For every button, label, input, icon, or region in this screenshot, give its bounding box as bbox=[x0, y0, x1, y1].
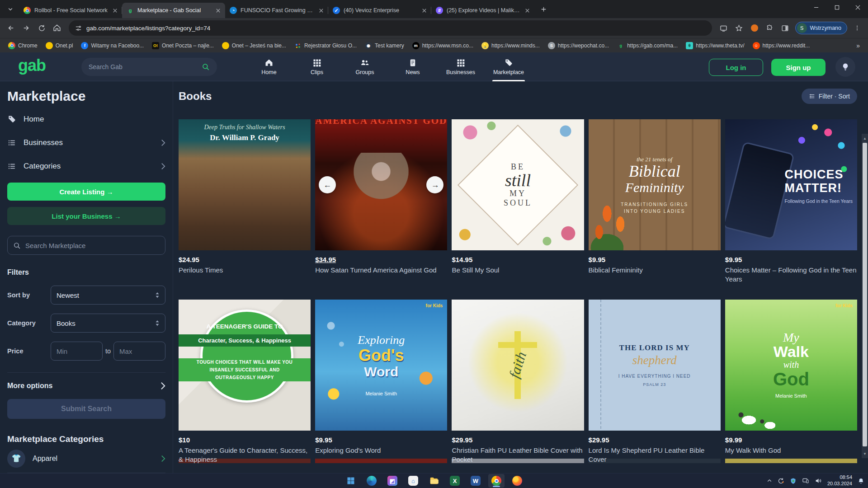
tab-search-button[interactable] bbox=[4, 2, 17, 16]
product-image[interactable]: the 21 tenets ofBiblicalFemininityTRANSI… bbox=[589, 119, 721, 250]
product-price[interactable]: $9.95 bbox=[725, 256, 857, 263]
product-card-1[interactable]: Deep Truths for Shallow WatersDr. Willia… bbox=[179, 119, 311, 284]
bookmark-item-13[interactable]: ☺https://www.reddit... bbox=[749, 40, 814, 52]
price-max-input[interactable] bbox=[113, 342, 165, 361]
bookmark-item-10[interactable]: Shttps://wepochat.co... bbox=[544, 40, 613, 52]
scroll-up-arrow[interactable]: ▲ bbox=[862, 135, 868, 142]
product-image[interactable]: CHOICESMATTER!Following God in the Teen … bbox=[725, 119, 857, 250]
scrollbar-thumb[interactable] bbox=[863, 143, 867, 446]
product-title[interactable]: A Teenager's Guide to Character, Success… bbox=[179, 446, 311, 465]
bookmark-item-11[interactable]: ghttps://gab.com/ma... bbox=[613, 40, 681, 52]
taskbar-chrome-button[interactable] bbox=[488, 474, 505, 488]
product-card-7[interactable]: ExploringGod'sWordMelanie Smithfor Kids$… bbox=[315, 300, 447, 465]
taskbar-excel-button[interactable]: X bbox=[447, 474, 463, 488]
product-title[interactable]: Exploring God's Word bbox=[315, 446, 447, 464]
submit-search-button[interactable]: Submit Search bbox=[7, 399, 165, 419]
maximize-button[interactable] bbox=[826, 0, 847, 14]
product-price[interactable]: $24.95 bbox=[179, 256, 311, 263]
home-button[interactable] bbox=[50, 21, 64, 35]
bookmark-star-button[interactable] bbox=[732, 21, 746, 35]
product-title[interactable]: How Satan Turned America Against God bbox=[315, 266, 447, 284]
address-bar[interactable]: gab.com/marketplace/listings?category_id… bbox=[69, 20, 712, 36]
browser-menu-button[interactable] bbox=[850, 21, 864, 35]
tab-close-button[interactable] bbox=[420, 7, 428, 14]
browser-tab-5[interactable]: #(25) Explore Videos | Malik Mob bbox=[431, 3, 534, 18]
product-image[interactable]: Deep Truths for Shallow WatersDr. Willia… bbox=[179, 119, 311, 250]
side-panel-button[interactable] bbox=[778, 21, 793, 35]
product-image[interactable]: THE LORD IS MYshepherdI HAVE EVERYTHING … bbox=[589, 300, 721, 431]
product-title[interactable]: Perilous Times bbox=[179, 266, 311, 284]
product-title[interactable]: Biblical Femininity bbox=[589, 266, 721, 284]
product-card-3[interactable]: BEstillMYSOUL$14.95Be Still My Soul bbox=[452, 119, 584, 284]
taskbar-firefox-button[interactable] bbox=[509, 474, 525, 488]
scroll-down-arrow[interactable]: ▼ bbox=[862, 450, 868, 457]
new-tab-button[interactable] bbox=[537, 3, 550, 15]
product-image[interactable]: BEstillMYSOUL bbox=[452, 119, 584, 250]
gab-search-input[interactable] bbox=[89, 63, 197, 70]
gab-search[interactable] bbox=[81, 58, 217, 76]
sidebar-item-home[interactable]: Home bbox=[7, 108, 165, 131]
category-item-apparel[interactable]: 👕Apparel bbox=[7, 444, 165, 473]
product-card-6[interactable]: A TEENAGER'S GUIDE TOCharacter, Success,… bbox=[179, 300, 311, 465]
category-select[interactable]: Books bbox=[51, 314, 165, 333]
product-card-10[interactable]: MyWalkwithGodMelanie Smithfor Kids$9.99M… bbox=[725, 300, 857, 465]
taskbar-start-button[interactable] bbox=[343, 474, 359, 488]
theme-toggle-button[interactable] bbox=[835, 57, 855, 77]
gab-nav-groups[interactable]: Groups bbox=[348, 52, 382, 81]
bookmark-item-6[interactable]: Rejestrator Głosu O... bbox=[291, 40, 360, 52]
product-card-9[interactable]: THE LORD IS MYshepherdI HAVE EVERYTHING … bbox=[589, 300, 721, 465]
product-image[interactable]: AMERICA AGAINST GOD←→ bbox=[315, 119, 447, 250]
product-price[interactable]: $9.95 bbox=[315, 436, 447, 444]
tab-close-button[interactable] bbox=[317, 7, 325, 14]
create-listing-button[interactable]: Create Listing → bbox=[7, 183, 165, 201]
minimize-button[interactable] bbox=[806, 0, 826, 14]
product-price[interactable]: $29.95 bbox=[452, 436, 584, 444]
taskbar-clock[interactable]: 08:54 20.03.2024 bbox=[827, 474, 852, 487]
bookmark-item-9[interactable]: 💡https://www.minds... bbox=[478, 40, 543, 52]
bookmark-item-2[interactable]: Onet.pl bbox=[42, 40, 77, 52]
product-title[interactable]: Christian Faith PU Leather Bible Cover w… bbox=[452, 446, 584, 465]
bookmarks-overflow-button[interactable]: » bbox=[853, 42, 863, 49]
product-price[interactable]: $34.95 bbox=[315, 256, 447, 263]
gab-nav-clips[interactable]: Clips bbox=[300, 52, 334, 81]
gab-nav-home[interactable]: Home bbox=[252, 52, 286, 81]
taskbar-photos-button[interactable]: ◩ bbox=[384, 474, 401, 488]
product-card-5[interactable]: CHOICESMATTER!Following God in the Teen … bbox=[725, 119, 857, 284]
notification-bell-icon[interactable] bbox=[858, 478, 864, 484]
extensions-button[interactable] bbox=[763, 21, 777, 35]
extension-adblock-button[interactable] bbox=[747, 21, 762, 35]
product-image[interactable]: ExploringGod'sWordMelanie Smithfor Kids bbox=[315, 300, 447, 431]
sidebar-item-businesses[interactable]: Businesses bbox=[7, 131, 165, 155]
page-scrollbar[interactable]: ▲ ▼ bbox=[862, 134, 868, 458]
sidebar-item-categories[interactable]: Categories bbox=[7, 155, 165, 178]
signup-button[interactable]: Sign up bbox=[771, 59, 826, 76]
bookmark-item-5[interactable]: Onet – Jesteś na bie... bbox=[218, 40, 290, 52]
product-price[interactable]: $9.99 bbox=[725, 436, 857, 444]
device-icon[interactable] bbox=[802, 477, 809, 484]
product-card-2[interactable]: AMERICA AGAINST GOD←→$34.95How Satan Tur… bbox=[315, 119, 447, 284]
product-price[interactable]: $9.95 bbox=[589, 256, 721, 263]
product-image[interactable]: MyWalkwithGodMelanie Smithfor Kids bbox=[725, 300, 857, 431]
product-title[interactable]: Choices Matter – Following God in the Te… bbox=[725, 266, 857, 284]
tab-close-button[interactable] bbox=[214, 7, 222, 14]
marketplace-search[interactable] bbox=[7, 236, 165, 255]
browser-tab-3[interactable]: ◔FUNSOCIO Fast Growing Social bbox=[225, 3, 328, 18]
product-title[interactable]: Lord Is My Shepherd PU Leather Bible Cov… bbox=[589, 446, 721, 465]
marketplace-search-input[interactable] bbox=[25, 242, 160, 249]
login-button[interactable]: Log in bbox=[709, 59, 763, 76]
tab-close-button[interactable] bbox=[111, 7, 118, 14]
product-price[interactable]: $29.95 bbox=[589, 436, 721, 444]
sort-by-select[interactable]: Newest bbox=[51, 286, 165, 305]
reload-button[interactable] bbox=[34, 21, 49, 35]
product-price[interactable]: $14.95 bbox=[452, 256, 584, 263]
close-window-button[interactable] bbox=[847, 0, 868, 14]
product-title[interactable]: Be Still My Soul bbox=[452, 266, 584, 284]
bookmark-item-8[interactable]: mhttps://www.msn.co... bbox=[409, 40, 477, 52]
tab-close-button[interactable] bbox=[524, 7, 531, 14]
gab-logo[interactable]: gab bbox=[18, 56, 46, 75]
product-card-4[interactable]: the 21 tenets ofBiblicalFemininityTRANSI… bbox=[589, 119, 721, 284]
list-your-business-button[interactable]: List your Business → bbox=[7, 207, 165, 225]
gab-nav-marketplace[interactable]: Marketplace bbox=[491, 52, 526, 81]
product-card-8[interactable]: faith$29.95Christian Faith PU Leather Bi… bbox=[452, 300, 584, 465]
product-price[interactable]: $10 bbox=[179, 436, 311, 444]
